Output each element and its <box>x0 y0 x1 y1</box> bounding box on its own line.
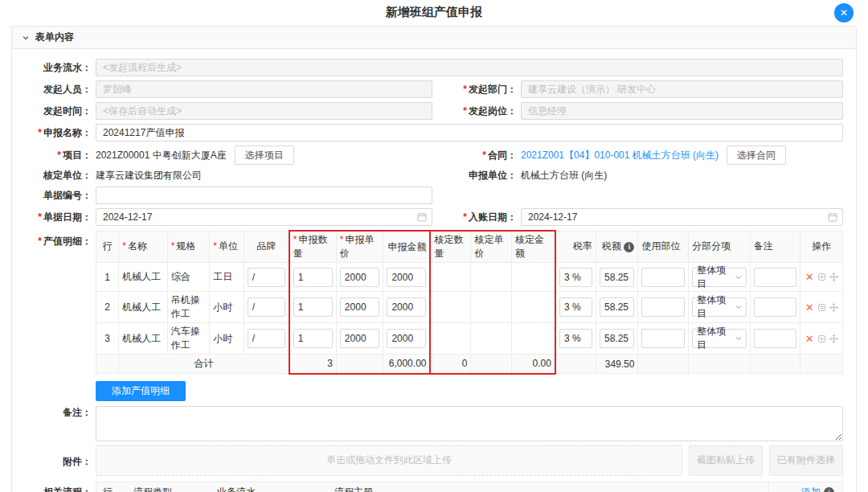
cell-subsection: 整体项目 <box>689 323 751 355</box>
verify-unit-label: 核定单位： <box>25 169 96 182</box>
cell-spec: 综合 <box>167 263 210 292</box>
decl-amount-input[interactable] <box>387 297 426 317</box>
close-button[interactable]: ✕ <box>834 3 854 23</box>
decl-price-input[interactable] <box>340 329 380 348</box>
copy-row-icon[interactable] <box>817 303 826 312</box>
copy-row-icon[interactable] <box>817 273 826 281</box>
col-unit: *单位 <box>210 231 244 263</box>
use-part-input[interactable] <box>641 329 685 348</box>
paste-upload-button[interactable]: 截图粘贴上传 <box>689 445 763 476</box>
col-verify-price: 核定单价 <box>471 231 511 263</box>
subsection-select[interactable]: 整体项目 <box>692 329 747 348</box>
cell-empty <box>750 355 800 374</box>
tax-amount-input[interactable] <box>600 268 635 287</box>
business-serial-label: 业务流水： <box>25 61 96 75</box>
col-row-no: 行 <box>96 231 119 263</box>
select-project-button[interactable]: 选择项目 <box>235 146 294 165</box>
doc-no-input[interactable] <box>96 187 432 204</box>
row-remark-input[interactable] <box>754 268 797 287</box>
doc-date-input[interactable] <box>96 208 432 226</box>
delete-row-icon[interactable]: ✕ <box>805 334 814 344</box>
initiator-label: 发起人员： <box>25 83 96 96</box>
brand-input[interactable] <box>248 329 285 348</box>
cell-verify-amount <box>511 263 555 292</box>
brand-input[interactable] <box>248 297 285 317</box>
col-subsection: 分部分项 <box>689 231 751 263</box>
cell-decl-qty <box>289 263 337 292</box>
info-icon[interactable]: i <box>624 242 634 252</box>
tax-rate-input[interactable] <box>559 297 592 317</box>
cell-use-part <box>638 263 689 292</box>
decl-amount-input[interactable] <box>387 268 426 287</box>
calendar-icon <box>417 212 427 222</box>
info-icon[interactable]: i <box>824 487 834 492</box>
contract-label: *合同： <box>432 149 521 162</box>
use-part-input[interactable] <box>641 297 685 317</box>
cell-empty <box>689 355 751 374</box>
cell-verify-qty <box>430 263 470 292</box>
detail-table-label: *产值明细： <box>25 235 96 248</box>
init-time-input <box>96 102 432 120</box>
select-contract-button[interactable]: 选择合同 <box>727 146 786 165</box>
row-remark-input[interactable] <box>754 329 797 348</box>
cell-decl-price <box>336 263 383 292</box>
related-flow-label: 相关流程： <box>25 486 96 492</box>
cell-remark <box>750 292 800 323</box>
delete-row-icon[interactable]: ✕ <box>805 272 814 282</box>
remark-textarea[interactable] <box>96 406 843 441</box>
decl-name-input[interactable] <box>96 124 843 141</box>
cell-tax-amount <box>596 292 638 323</box>
decl-price-input[interactable] <box>340 268 380 287</box>
decl-qty-input[interactable] <box>293 268 333 287</box>
cell-remark <box>750 323 800 355</box>
cell-action: ✕ <box>800 323 843 355</box>
detail-row-1: 1 机械人工 综合 工日 整体项目 <box>96 263 843 292</box>
entry-date-input[interactable] <box>521 208 843 226</box>
total-verify-qty: 0 <box>430 355 470 374</box>
decl-unit-value: 机械土方台班 (向生) <box>521 169 607 182</box>
init-post-input <box>521 102 843 120</box>
decl-amount-input[interactable] <box>387 329 426 348</box>
chevron-down-icon <box>735 274 742 281</box>
use-part-input[interactable] <box>641 268 685 287</box>
tax-amount-input[interactable] <box>600 297 635 317</box>
add-related-flow-button[interactable]: 添加 <box>801 486 821 492</box>
chevron-down-icon <box>735 335 742 342</box>
tax-rate-input[interactable] <box>559 329 592 348</box>
cell-decl-price <box>336 323 383 355</box>
existing-attachment-button[interactable]: 已有附件选择 <box>769 445 843 476</box>
cell-decl-qty <box>289 292 337 323</box>
cell-verify-price <box>471 292 511 323</box>
subsection-select[interactable]: 整体项目 <box>692 297 747 317</box>
tax-amount-input[interactable] <box>600 329 635 348</box>
row-remark-input[interactable] <box>754 297 797 317</box>
decl-unit-label: 申报单位： <box>432 169 521 182</box>
subsection-select[interactable]: 整体项目 <box>692 268 747 287</box>
page-title: 新增班组产值申报 <box>386 5 482 20</box>
decl-qty-input[interactable] <box>293 297 333 317</box>
cell-name: 机械人工 <box>119 263 168 292</box>
col-decl-amount: 申报金额 <box>383 231 431 263</box>
move-row-icon[interactable] <box>829 334 838 343</box>
cell-unit: 小时 <box>210 292 244 323</box>
decl-price-input[interactable] <box>340 297 380 317</box>
brand-input[interactable] <box>248 268 285 287</box>
decl-qty-input[interactable] <box>293 329 333 348</box>
tax-rate-input[interactable] <box>559 268 592 287</box>
contract-link[interactable]: 2021Z001【04】010-001 机械土方台班 (向生) <box>521 149 719 162</box>
cell-tax-amount <box>596 263 638 292</box>
cell-action: ✕ <box>800 292 843 323</box>
verify-unit-value: 建享云建设集团有限公司 <box>96 169 202 182</box>
move-row-icon[interactable] <box>829 303 838 312</box>
section-header-form-content[interactable]: 表单内容 <box>12 27 856 49</box>
init-post-label: *发起岗位： <box>432 105 521 118</box>
add-detail-button[interactable]: 添加产值明细 <box>96 381 186 401</box>
col-decl-price: *申报单价 <box>336 231 383 263</box>
total-tax-amount: 349.50 <box>596 355 638 374</box>
cell-empty <box>800 355 843 374</box>
delete-row-icon[interactable]: ✕ <box>805 302 814 313</box>
move-row-icon[interactable] <box>829 273 838 281</box>
copy-row-icon[interactable] <box>817 334 826 343</box>
col-brand: 品牌 <box>244 231 289 263</box>
attachment-dropzone[interactable]: 单击或拖动文件到此区域上传 <box>96 445 682 476</box>
